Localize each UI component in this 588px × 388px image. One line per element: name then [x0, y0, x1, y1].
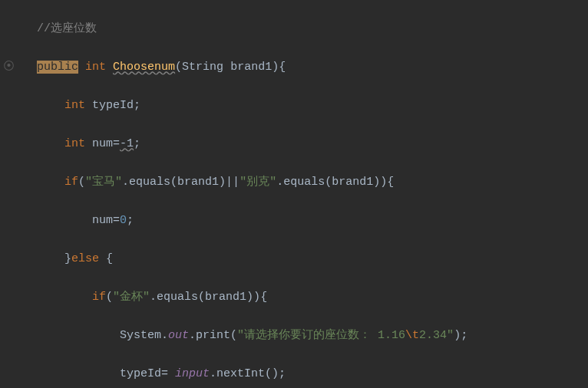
code-line[interactable]: //选座位数	[3, 19, 588, 38]
keyword: int	[85, 61, 106, 74]
string: 2.34"	[419, 329, 454, 342]
keyword: int	[64, 99, 85, 112]
highlight: public	[37, 61, 78, 74]
brace: {	[260, 291, 267, 304]
arg: brand1	[332, 176, 373, 189]
code-line[interactable]: ⦿ public int Choosenum(String brand1){	[3, 58, 588, 77]
semi: ;	[127, 214, 134, 227]
string: "别克"	[239, 176, 276, 189]
number: 0	[120, 214, 127, 227]
comment: //选座位数	[37, 22, 97, 35]
code-line[interactable]: if("金杯".equals(brand1)){	[3, 288, 588, 307]
semi: ;	[279, 367, 286, 380]
arg: brand1	[177, 176, 219, 189]
code-line[interactable]: int num=-1;	[3, 134, 588, 153]
param: brand1	[230, 61, 272, 74]
var: num	[92, 137, 113, 150]
class: System.	[120, 329, 168, 342]
code-line[interactable]: typeId= input.nextInt();	[3, 364, 588, 383]
string: "宝马"	[85, 176, 122, 189]
call: .nextInt()	[210, 367, 279, 380]
call: .equals(	[150, 291, 205, 304]
op: =	[161, 367, 168, 380]
paren: (	[175, 61, 182, 74]
method-name: Choosenum	[113, 61, 175, 74]
var: typeId	[92, 99, 134, 112]
op: ||	[226, 176, 239, 189]
var: num	[92, 214, 113, 227]
code-line[interactable]: if("宝马".equals(brand1)||"别克".equals(bran…	[3, 173, 588, 192]
gutter-mark: ⦿	[3, 58, 15, 77]
string: "金杯"	[113, 291, 150, 304]
brace: {	[279, 61, 286, 74]
op: =	[113, 137, 120, 150]
type: String	[182, 61, 223, 74]
arg: brand1	[205, 291, 246, 304]
field: out	[168, 329, 189, 342]
keyword: else	[71, 252, 99, 265]
semi: ;	[134, 99, 140, 112]
call: .print(	[189, 329, 237, 342]
call: .equals(	[276, 176, 332, 189]
code-line[interactable]: }else {	[3, 249, 588, 268]
code-line[interactable]: num=0;	[3, 211, 588, 230]
brace: }	[64, 252, 71, 265]
paren: )	[272, 61, 279, 74]
escape: \t	[405, 329, 419, 342]
keyword: int	[64, 137, 85, 150]
code-editor[interactable]: //选座位数 ⦿ public int Choosenum(String bra…	[0, 0, 588, 388]
brace: {	[106, 252, 113, 265]
string: "请选择你要订的座位数： 1.16	[237, 329, 405, 342]
keyword: if	[92, 291, 106, 304]
op: =	[113, 214, 120, 227]
code-line[interactable]: System.out.print("请选择你要订的座位数： 1.16\t2.34…	[3, 326, 588, 345]
var: typeId	[120, 367, 161, 380]
field: input	[175, 367, 210, 380]
keyword: if	[64, 176, 78, 189]
semi: ;	[134, 137, 140, 150]
call: .equals(	[122, 176, 177, 189]
literal: -1	[120, 137, 134, 150]
code-line[interactable]: int typeId;	[3, 96, 588, 115]
brace: {	[387, 176, 394, 189]
